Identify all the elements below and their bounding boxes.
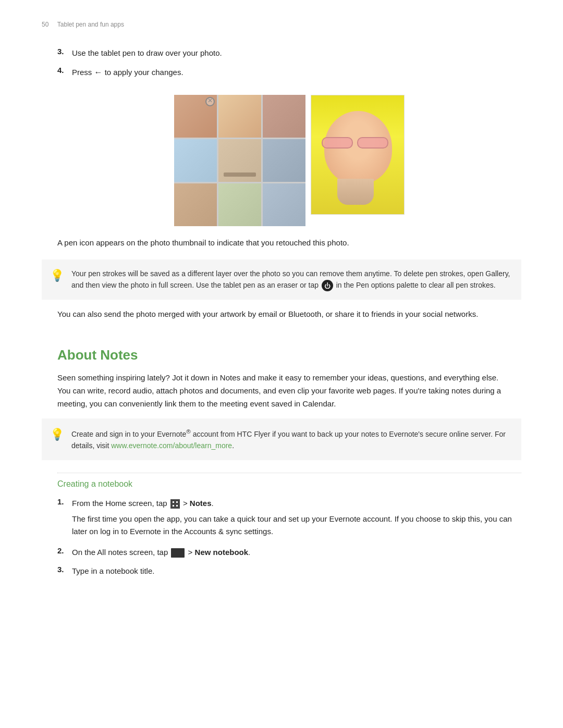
notebook-icon	[171, 548, 185, 558]
evernote-link[interactable]: www.evernote.com/about/learn_more	[111, 441, 232, 450]
photo-cell-4	[174, 139, 217, 182]
new-notebook-bold: New notebook	[195, 548, 249, 557]
lightbulb-icon-2: 💡	[50, 427, 64, 441]
notes-bold: Notes	[190, 499, 212, 508]
photo-cell-6	[263, 139, 305, 182]
photo-cell-2	[218, 95, 261, 138]
selected-overlay	[205, 97, 215, 106]
photo-cell-1	[174, 95, 217, 138]
pen-options-icon	[322, 280, 333, 291]
tip-box-2: 💡 Create and sign in to your Evernote® a…	[42, 418, 521, 460]
bottom-step-1-number: 1.	[57, 497, 72, 506]
about-notes-body: Seen something inspiring lately? Jot it …	[57, 372, 511, 410]
photo-cell-5	[218, 139, 261, 182]
steps-bottom-container: 1. From the Home screen, tap > Notes. Th…	[42, 497, 521, 577]
photo-cell-3	[263, 95, 305, 138]
tip2-content: Create and sign in to your Evernote® acc…	[71, 427, 511, 451]
bottom-step-3-number: 3.	[57, 565, 72, 574]
photo-cell-7	[174, 183, 217, 226]
bottom-step-1-text: From the Home screen, tap > Notes.	[72, 497, 214, 510]
step-3-text: Use the tablet pen to draw over your pho…	[72, 47, 222, 59]
step-3: 3. Use the tablet pen to draw over your …	[42, 47, 521, 59]
bottom-step-2-text: On the All notes screen, tap > New noteb…	[72, 546, 250, 559]
grid-icon	[170, 499, 180, 509]
about-notes-heading: About Notes	[57, 347, 521, 363]
step-4-number: 4.	[57, 66, 72, 75]
bottom-step-3: 3. Type in a notebook title.	[42, 565, 521, 577]
bottom-step-2: 2. On the All notes screen, tap > New no…	[42, 546, 521, 559]
photo-cell-8	[218, 183, 261, 226]
step-4-text: Press ← to apply your changes.	[72, 66, 183, 79]
page-header: 50 Tablet pen and fun apps	[42, 21, 521, 31]
photo-cell-9	[263, 183, 305, 226]
image-section	[57, 95, 521, 226]
large-photo-face	[311, 95, 404, 214]
large-photo	[311, 95, 405, 215]
tip1-content: Your pen strokes will be saved as a diff…	[71, 268, 511, 292]
step-3-number: 3.	[57, 47, 72, 56]
step-1-subtext: The first time you open the app, you can…	[72, 513, 521, 538]
step-1-sub: The first time you open the app, you can…	[72, 514, 512, 536]
bottom-step-3-text: Type in a notebook title.	[72, 565, 154, 577]
lightbulb-icon: 💡	[50, 268, 64, 282]
page-number: 50	[42, 21, 48, 28]
back-arrow-icon: ←	[94, 66, 103, 79]
caption-text: A pen icon appears on the photo thumbnai…	[57, 237, 464, 249]
bottom-step-2-number: 2.	[57, 546, 72, 555]
photo-grid	[174, 95, 305, 226]
subsection-heading: Creating a notebook	[57, 473, 521, 491]
step-4: 4. Press ← to apply your changes.	[42, 66, 521, 79]
body-text-1: You can also send the photo merged with …	[57, 308, 511, 321]
section-title: Tablet pen and fun apps	[57, 21, 124, 28]
bottom-step-1: 1. From the Home screen, tap > Notes.	[42, 497, 521, 510]
tip-box-1: 💡 Your pen strokes will be saved as a di…	[42, 260, 521, 300]
